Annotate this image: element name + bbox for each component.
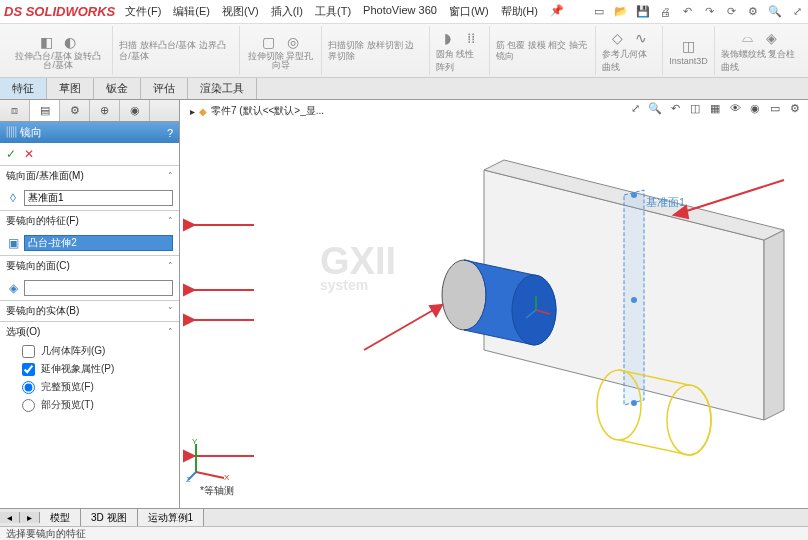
ribbon-label: 装饰螺纹线 复合柱曲线 — [721, 48, 798, 74]
appearance-icon[interactable]: ◉ — [748, 102, 762, 115]
tab-motion[interactable]: 运动算例1 — [138, 509, 205, 527]
fillet-icon[interactable]: ◗ — [437, 28, 457, 48]
curves-icon[interactable]: ∿ — [631, 28, 651, 48]
panel-header: ▥ 镜向 ? — [0, 122, 179, 143]
ribbon-label: 拉伸凸台/基体 旋转凸台/基体 — [10, 52, 106, 70]
tab-3dview[interactable]: 3D 视图 — [81, 509, 138, 527]
new-icon[interactable]: ▭ — [592, 5, 606, 18]
scroll-left-icon[interactable]: ◂ — [0, 512, 20, 523]
instant3d-icon[interactable]: ◫ — [679, 36, 699, 56]
tab-feature[interactable]: 特征 — [0, 78, 47, 99]
composite-curve-icon[interactable]: ◈ — [761, 28, 781, 48]
redo-icon[interactable]: ↷ — [702, 5, 716, 18]
title-toolbar: ▭ 📂 💾 🖨 ↶ ↷ ⟳ ⚙ 🔍 ⤢ — [592, 5, 804, 18]
propagate-vis-checkbox[interactable] — [22, 363, 35, 376]
ribbon: ◧◐ 拉伸凸台/基体 旋转凸台/基体 扫描 放样凸台/基体 边界凸台/基体 ▢◎… — [0, 24, 808, 78]
menu-photoview[interactable]: PhotoView 360 — [363, 4, 437, 19]
view-settings-icon[interactable]: ⚙ — [788, 102, 802, 115]
section-header-options[interactable]: 选项(O)˄ — [0, 322, 179, 342]
full-preview-radio[interactable] — [22, 381, 35, 394]
search-icon[interactable]: 🔍 — [768, 5, 782, 18]
mirror-plane-input[interactable] — [24, 190, 173, 206]
ribbon-group-boss-extra[interactable]: 扫描 放样凸台/基体 边界凸台/基体 — [113, 26, 239, 75]
hide-show-icon[interactable]: 👁 — [728, 102, 742, 115]
ribbon-group-ref[interactable]: ◇∿ 参考几何体 曲线 — [596, 26, 664, 75]
section-faces: 要镜向的面(C)˄ ◈ — [0, 256, 179, 301]
section-header-mirror-plane[interactable]: 镜向面/基准面(M)˄ — [0, 166, 179, 186]
ref-geom-icon[interactable]: ◇ — [607, 28, 627, 48]
ptab-feature-tree-icon[interactable]: ⧈ — [0, 100, 30, 121]
expand-tree-icon[interactable]: ▸ — [190, 106, 195, 117]
panel-title: 镜向 — [20, 126, 42, 138]
section-header-faces[interactable]: 要镜向的面(C)˄ — [0, 256, 179, 276]
revolve-boss-icon[interactable]: ◐ — [60, 32, 80, 52]
svg-marker-19 — [184, 315, 194, 325]
menu-pin-icon[interactable]: 📌 — [550, 4, 564, 19]
section-header-bodies[interactable]: 要镜向的实体(B)˅ — [0, 301, 179, 321]
ribbon-group-cut[interactable]: ▢◎ 拉伸切除 异型孔向导 — [240, 26, 323, 75]
menu-edit[interactable]: 编辑(E) — [173, 4, 210, 19]
view-triad[interactable]: Y X Z — [186, 436, 232, 482]
ribbon-group-fillet-extra[interactable]: 筋 包覆 拔模 相交 抽壳 镜向 — [490, 26, 596, 75]
tab-evaluate[interactable]: 评估 — [141, 78, 188, 99]
thread-icon[interactable]: ⌓ — [737, 28, 757, 48]
ribbon-group-fillet[interactable]: ◗⁞⁞ 圆角 线性阵列 — [430, 26, 490, 75]
section-header-features[interactable]: 要镜向的特征(F)˄ — [0, 211, 179, 231]
tab-sketch[interactable]: 草图 — [47, 78, 94, 99]
menu-file[interactable]: 文件(F) — [125, 4, 161, 19]
svg-line-24 — [674, 180, 784, 215]
display-style-icon[interactable]: ▦ — [708, 102, 722, 115]
status-text: 选择要镜向的特征 — [6, 527, 86, 541]
rebuild-icon[interactable]: ⟳ — [724, 5, 738, 18]
svg-point-8 — [512, 275, 556, 345]
menu-view[interactable]: 视图(V) — [222, 4, 259, 19]
ribbon-label: 圆角 线性阵列 — [436, 48, 483, 74]
ptab-dim-icon[interactable]: ⊕ — [90, 100, 120, 121]
extrude-cut-icon[interactable]: ▢ — [259, 32, 279, 52]
viewport[interactable]: ▸ ◆ 零件7 (默认<<默认>_显... ⤢ 🔍 ↶ ◫ ▦ 👁 ◉ ▭ ⚙ … — [180, 100, 808, 518]
ptab-appearance-icon[interactable]: ◉ — [120, 100, 150, 121]
ptab-config-icon[interactable]: ⚙ — [60, 100, 90, 121]
features-input[interactable] — [24, 235, 173, 251]
menu-tools[interactable]: 工具(T) — [315, 4, 351, 19]
zoom-fit-icon[interactable]: ⤢ — [628, 102, 642, 115]
ribbon-group-thread[interactable]: ⌓◈ 装饰螺纹线 复合柱曲线 — [715, 26, 804, 75]
ok-button[interactable]: ✓ — [6, 147, 16, 161]
breadcrumb[interactable]: ▸ ◆ 零件7 (默认<<默认>_显... — [190, 104, 324, 118]
canvas-3d[interactable]: 基准面1 — [180, 120, 808, 518]
ribbon-group-boss[interactable]: ◧◐ 拉伸凸台/基体 旋转凸台/基体 — [4, 26, 113, 75]
help-icon[interactable]: ? — [167, 127, 173, 139]
chevron-up-icon: ˄ — [168, 327, 173, 337]
hole-wizard-icon[interactable]: ◎ — [283, 32, 303, 52]
chevron-up-icon: ˄ — [168, 216, 173, 226]
cancel-button[interactable]: ✕ — [24, 147, 34, 161]
ribbon-group-instant3d[interactable]: ◫ Instant3D — [663, 26, 715, 75]
menu-window[interactable]: 窗口(W) — [449, 4, 489, 19]
print-icon[interactable]: 🖨 — [658, 6, 672, 18]
faces-input[interactable] — [24, 280, 173, 296]
ptab-property-icon[interactable]: ▤ — [30, 100, 60, 121]
save-icon[interactable]: 💾 — [636, 5, 650, 18]
ribbon-group-cut-extra[interactable]: 扫描切除 放样切割 边界切除 — [322, 26, 429, 75]
ribbon-label: Instant3D — [669, 56, 708, 66]
tab-model[interactable]: 模型 — [40, 509, 81, 527]
command-tabs: 特征 草图 钣金 评估 渲染工具 — [0, 78, 808, 100]
svg-line-28 — [196, 472, 224, 478]
expand-icon[interactable]: ⤢ — [790, 5, 804, 18]
prev-view-icon[interactable]: ↶ — [668, 102, 682, 115]
tab-render[interactable]: 渲染工具 — [188, 78, 257, 99]
menu-insert[interactable]: 插入(I) — [271, 4, 303, 19]
tab-sheetmetal[interactable]: 钣金 — [94, 78, 141, 99]
section-view-icon[interactable]: ◫ — [688, 102, 702, 115]
pattern-icon[interactable]: ⁞⁞ — [461, 28, 481, 48]
zoom-area-icon[interactable]: 🔍 — [648, 102, 662, 115]
scene-icon[interactable]: ▭ — [768, 102, 782, 115]
partial-preview-radio[interactable] — [22, 399, 35, 412]
geom-pattern-checkbox[interactable] — [22, 345, 35, 358]
menu-help[interactable]: 帮助(H) — [501, 4, 538, 19]
scroll-right-icon[interactable]: ▸ — [20, 512, 40, 523]
options-icon[interactable]: ⚙ — [746, 5, 760, 18]
open-icon[interactable]: 📂 — [614, 5, 628, 18]
extrude-boss-icon[interactable]: ◧ — [36, 32, 56, 52]
undo-icon[interactable]: ↶ — [680, 5, 694, 18]
